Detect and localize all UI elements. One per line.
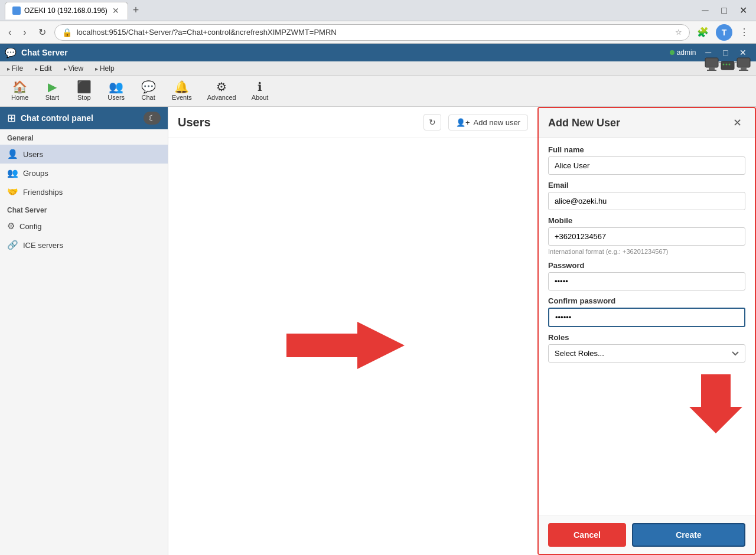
about-label: About xyxy=(252,94,269,101)
add-user-icon: 👤+ xyxy=(456,118,470,127)
view-menu[interactable]: View xyxy=(59,63,89,74)
sidebar-item-friendships[interactable]: 🤝 Friendships xyxy=(0,182,168,201)
panel-footer: Cancel Create xyxy=(539,515,755,554)
address-icons: ☆ xyxy=(675,28,682,37)
refresh-button[interactable]: ↻ xyxy=(423,114,441,130)
address-box[interactable]: 🔒 localhost:9515/Chat+Server/?a=Chat+con… xyxy=(54,24,690,41)
app-title: Chat Server xyxy=(21,48,665,57)
users-button[interactable]: 👥 Users xyxy=(101,78,131,104)
cancel-button[interactable]: Cancel xyxy=(548,523,626,547)
edit-menu[interactable]: Edit xyxy=(30,63,56,74)
events-button[interactable]: 🔔 Events xyxy=(165,78,198,104)
stop-button[interactable]: ⬛ Stop xyxy=(69,78,99,104)
config-sidebar-icon: ⚙ xyxy=(7,221,15,231)
app-titlebar: 💬 Chat Server admin ─ □ ✕ xyxy=(0,44,756,61)
start-button[interactable]: ▶ Start xyxy=(37,78,67,104)
about-button[interactable]: ℹ About xyxy=(245,78,275,104)
svg-marker-12 xyxy=(286,322,405,369)
svg-rect-3 xyxy=(737,58,750,67)
roles-group: Roles Select Roles... xyxy=(548,333,745,363)
sidebar-header-icon: ⊞ xyxy=(7,112,16,125)
ice-servers-sidebar-icon: 🔗 xyxy=(7,240,18,250)
sidebar: ⊞ Chat control panel ☾ General 👤 Users 👥… xyxy=(0,107,168,555)
bookmark-icon[interactable]: ☆ xyxy=(675,28,682,37)
advanced-button[interactable]: ⚙ Advanced xyxy=(201,78,243,104)
content-body: No users found xyxy=(168,138,537,555)
svg-rect-1 xyxy=(709,67,715,70)
back-button[interactable]: ‹ xyxy=(5,25,15,40)
advanced-label: Advanced xyxy=(207,94,236,101)
forward-button[interactable]: › xyxy=(19,25,30,40)
create-button[interactable]: Create xyxy=(632,523,745,547)
help-menu[interactable]: Help xyxy=(90,63,119,74)
browser-tab-title: OZEKI 10 (192.168.0.196) xyxy=(24,6,107,15)
mobile-input[interactable] xyxy=(548,227,745,246)
address-text: localhost:9515/Chat+Server/?a=Chat+contr… xyxy=(77,28,670,37)
roles-select[interactable]: Select Roles... xyxy=(548,344,745,363)
sidebar-item-ice-servers[interactable]: 🔗 ICE servers xyxy=(0,236,168,254)
browser-close-button[interactable]: ✕ xyxy=(735,2,751,19)
friendships-sidebar-icon: 🤝 xyxy=(7,187,18,197)
browser-tab[interactable]: OZEKI 10 (192.168.0.196) ✕ xyxy=(5,2,128,19)
sidebar-item-config[interactable]: ⚙ Config xyxy=(0,217,168,236)
email-group: Email xyxy=(548,181,745,210)
menu-button[interactable]: ⋮ xyxy=(737,24,751,40)
add-new-user-button[interactable]: 👤+ Add new user xyxy=(448,115,528,130)
svg-point-11 xyxy=(729,63,731,65)
svg-point-9 xyxy=(723,63,725,65)
browser-minimize-button[interactable]: ─ xyxy=(697,2,713,19)
reload-button[interactable]: ↻ xyxy=(35,24,50,40)
add-user-label: Add new user xyxy=(474,118,521,127)
home-button[interactable]: 🏠 Home xyxy=(5,78,35,104)
chat-button[interactable]: 💬 Chat xyxy=(133,78,163,104)
browser-addressbar: ‹ › ↻ 🔒 localhost:9515/Chat+Server/?a=Ch… xyxy=(0,21,756,44)
confirm-password-group: Confirm password xyxy=(548,296,745,327)
svg-rect-0 xyxy=(705,58,718,67)
mobile-label: Mobile xyxy=(548,216,745,225)
users-icon: 👥 xyxy=(109,81,123,93)
password-input[interactable] xyxy=(548,272,745,290)
mobile-hint: International format (e.g.: +36201234567… xyxy=(548,248,745,255)
page-title: Users xyxy=(178,116,416,129)
sidebar-header: ⊞ Chat control panel ☾ xyxy=(0,107,168,129)
advanced-icon: ⚙ xyxy=(216,81,227,93)
dark-mode-button[interactable]: ☾ xyxy=(144,112,161,125)
home-icon: 🏠 xyxy=(12,81,27,93)
new-tab-button[interactable]: + xyxy=(131,4,142,17)
users-label: Users xyxy=(107,94,125,101)
extensions-button[interactable]: 🧩 xyxy=(695,24,711,40)
sidebar-item-users[interactable]: 👤 Users xyxy=(0,145,168,164)
sidebar-item-groups[interactable]: 👥 Groups xyxy=(0,164,168,182)
sidebar-header-title: Chat control panel xyxy=(21,113,139,123)
browser-tab-close[interactable]: ✕ xyxy=(111,6,120,15)
app-window: 💬 Chat Server admin ─ □ ✕ File Edit View… xyxy=(0,44,756,555)
full-name-label: Full name xyxy=(548,145,745,154)
stop-label: Stop xyxy=(77,94,91,101)
right-arrow-container xyxy=(286,319,405,374)
sidebar-config-label: Config xyxy=(19,222,42,231)
browser-maximize-button[interactable]: □ xyxy=(716,2,732,19)
groups-sidebar-icon: 👥 xyxy=(7,168,18,178)
full-name-input[interactable] xyxy=(548,156,745,175)
panel-body: Full name Email Mobile International for… xyxy=(539,138,755,515)
password-label: Password xyxy=(548,261,745,270)
profile-button[interactable]: T xyxy=(713,22,735,43)
confirm-password-label: Confirm password xyxy=(548,296,745,305)
panel-close-button[interactable]: ✕ xyxy=(729,115,745,130)
admin-status-dot xyxy=(670,50,674,55)
add-new-user-panel: Add New User ✕ Full name Email xyxy=(537,107,756,555)
confirm-password-input[interactable] xyxy=(548,308,745,327)
lock-icon: 🔒 xyxy=(62,28,72,37)
home-label: Home xyxy=(11,94,28,101)
content-header: Users ↻ 👤+ Add new user xyxy=(168,107,537,138)
email-input[interactable] xyxy=(548,192,745,210)
svg-rect-2 xyxy=(707,70,716,71)
content-area: Users ↻ 👤+ Add new user No users found xyxy=(168,107,537,555)
panel-header: Add New User ✕ xyxy=(539,108,755,138)
main-content-wrapper: Users ↻ 👤+ Add new user No users found xyxy=(168,107,756,555)
svg-rect-5 xyxy=(739,70,748,71)
roles-label: Roles xyxy=(548,333,745,342)
about-icon: ℹ xyxy=(258,81,262,93)
file-menu[interactable]: File xyxy=(2,63,28,74)
events-icon: 🔔 xyxy=(174,81,189,93)
